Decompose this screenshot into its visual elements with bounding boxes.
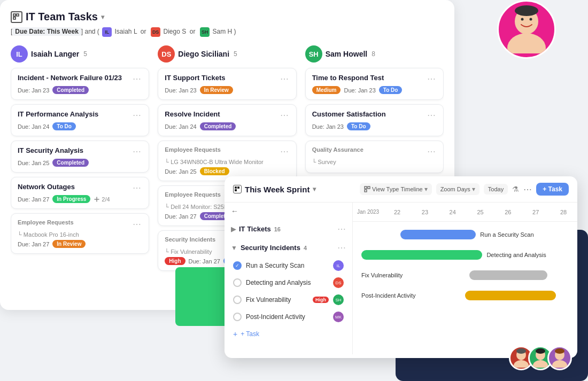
column-header-diego: DS Diego Siciliani 5 <box>158 45 296 63</box>
sprint-overlay: This Week Sprint ▾ View Type Timeline ▾ … <box>225 176 577 358</box>
status-badge: Completed <box>52 159 89 167</box>
gantt-area: Jan 2023 22 23 24 25 26 27 28 Run a Secu… <box>353 203 577 354</box>
section-more[interactable]: ⋯ <box>337 224 346 234</box>
view-type-button[interactable]: View Type Timeline ▾ <box>360 183 432 195</box>
column-header-isaiah: IL Isaiah Langer 5 <box>11 45 149 63</box>
svg-point-15 <box>514 360 529 368</box>
svg-point-11 <box>521 18 524 21</box>
section-title-security: ▼ Security Incidents 4 <box>231 244 307 252</box>
task-checkbox[interactable] <box>233 296 242 304</box>
column-isaiah: IL Isaiah Langer 5 Incident - Network Fa… <box>11 45 149 291</box>
svg-rect-2 <box>17 14 19 16</box>
profile-photo <box>497 0 556 59</box>
task-avatar: DS <box>333 277 344 288</box>
bottom-avatar-3 <box>547 346 572 370</box>
status-badge: In Review <box>52 240 86 248</box>
gantt-bar-label: Post-Incident Activity <box>361 292 416 299</box>
task-avatar: MK <box>333 312 344 322</box>
gantt-row: Fix Vulnerability <box>357 267 573 284</box>
task-menu[interactable]: ⋯ <box>426 110 437 120</box>
sprint-task-item: Post-Incident Activity MK <box>225 308 352 325</box>
board-title-chevron[interactable]: ▾ <box>101 13 104 21</box>
gantt-bar-label: Fix Vulnerability <box>361 272 403 278</box>
svg-point-21 <box>552 360 567 368</box>
more-icon[interactable]: ⋯ <box>523 184 532 195</box>
task-menu[interactable]: ⋯ <box>279 146 290 157</box>
sprint-back[interactable]: ← <box>225 203 352 220</box>
sprint-list: ← ▶ IT Tickets 16 ⋯ ▼ Security Incidents… <box>225 203 353 354</box>
task-menu[interactable]: ⋯ <box>426 74 437 84</box>
svg-rect-4 <box>235 190 237 191</box>
svg-rect-5 <box>238 187 239 189</box>
task-menu[interactable]: ⋯ <box>131 74 142 84</box>
gantt-bar <box>465 291 556 300</box>
status-badge: To Do <box>379 86 403 94</box>
board-header: IT Team Tasks ▾ <box>11 11 444 23</box>
sprint-controls: View Type Timeline ▾ Zoom Days ▾ Today ⚗… <box>360 183 569 196</box>
task-card: IT Performance Analysis ⋯ Due: Jan 24 To… <box>11 104 149 136</box>
filter-avatar-2[interactable]: DS <box>151 27 160 37</box>
svg-rect-7 <box>368 186 370 189</box>
task-card: Network Outages ⋯ Due: Jan 27 In Progres… <box>11 177 149 209</box>
avatar-diego: DS <box>158 45 175 63</box>
gantt-bar-label: Detecting and Analysis <box>486 252 546 258</box>
green-accent <box>175 267 229 326</box>
sprint-task-item: ✓ Run a Security Scan IL <box>225 257 352 274</box>
task-menu[interactable]: ⋯ <box>131 110 142 120</box>
task-checkbox[interactable] <box>233 278 242 287</box>
sprint-title: This Week Sprint ▾ <box>233 185 316 194</box>
svg-rect-6 <box>365 186 367 189</box>
add-task-button[interactable]: + Task <box>536 183 569 196</box>
svg-point-22 <box>555 348 564 354</box>
priority-badge: High <box>165 257 185 265</box>
board-icon <box>11 11 22 23</box>
filter-icon[interactable]: ⚗ <box>512 185 519 193</box>
svg-rect-0 <box>13 14 16 16</box>
view-type-chevron: ▾ <box>424 185 428 193</box>
task-menu[interactable]: ⋯ <box>426 146 437 157</box>
svg-rect-1 <box>13 17 16 19</box>
task-menu[interactable]: ⋯ <box>131 183 142 193</box>
status-badge: To Do <box>52 122 76 130</box>
gantt-month: Jan 2023 <box>353 209 383 215</box>
task-checkbox[interactable] <box>233 313 242 321</box>
status-badge: Completed <box>200 122 236 130</box>
task-checkbox[interactable]: ✓ <box>233 261 242 270</box>
task-menu[interactable]: ⋯ <box>279 74 290 84</box>
section-more-2[interactable]: ⋯ <box>337 243 346 253</box>
svg-rect-8 <box>365 190 367 192</box>
today-button[interactable]: Today <box>484 184 508 195</box>
sprint-section-security[interactable]: ▼ Security Incidents 4 ⋯ <box>225 238 352 257</box>
task-card: Resolve Incident ⋯ Due: Jan 24 Completed <box>158 104 296 136</box>
subtask-count: 2/4 <box>94 196 110 203</box>
filter-avatar-3[interactable]: SH <box>200 27 210 37</box>
task-card: Time to Respond Test ⋯ Medium Due: Jan 2… <box>305 68 444 100</box>
svg-point-18 <box>533 360 548 368</box>
gantt-bar <box>361 250 482 260</box>
add-task-row[interactable]: + + Task <box>225 325 352 343</box>
gantt-row: Detecting and Analysis <box>357 246 573 263</box>
task-card: Incident - Network Failure 01/23 ⋯ Due: … <box>11 68 149 100</box>
status-badge: In Review <box>200 86 233 94</box>
section-title-it: ▶ IT Tickets 16 <box>231 225 281 233</box>
status-badge: Completed <box>52 86 89 94</box>
sprint-chevron[interactable]: ▾ <box>313 185 316 193</box>
task-menu[interactable]: ⋯ <box>131 219 142 229</box>
board-subtitle: [Due Date: This Week] and ( IL Isaiah L … <box>11 27 444 37</box>
task-menu[interactable]: ⋯ <box>279 110 290 120</box>
svg-rect-3 <box>235 187 237 189</box>
task-card: Employee Requests ⋯ └ Macbook Pro 16-inc… <box>11 213 149 254</box>
zoom-button[interactable]: Zoom Days ▾ <box>436 183 479 195</box>
gantt-row: Post-Incident Activity <box>357 287 573 304</box>
section-arrow-open: ▼ <box>231 244 237 252</box>
sprint-section-it-tickets[interactable]: ▶ IT Tickets 16 ⋯ <box>225 220 352 238</box>
priority-badge: Medium <box>312 86 341 94</box>
svg-point-12 <box>530 18 532 21</box>
task-card: IT Security Analysis ⋯ Due: Jan 25 Compl… <box>11 141 149 173</box>
task-menu[interactable]: ⋯ <box>131 146 142 157</box>
status-badge: To Do <box>347 122 370 130</box>
task-avatar: SH <box>333 294 344 305</box>
filter-avatar-1[interactable]: IL <box>102 27 112 37</box>
task-card: Quality Assurance ⋯ └ Survey <box>305 141 444 173</box>
gantt-row: Run a Security Scan <box>357 226 573 243</box>
